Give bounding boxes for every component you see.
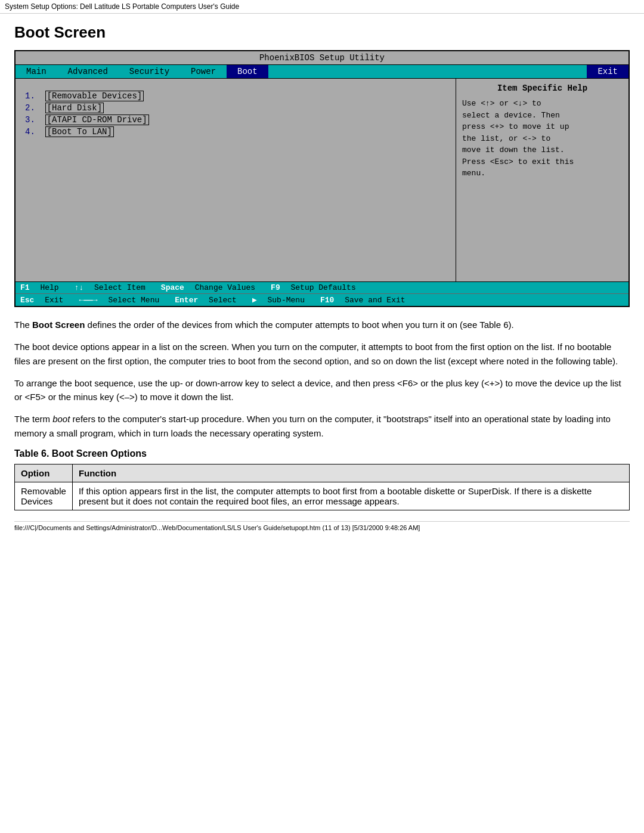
status-f1: F1 Help	[20, 283, 59, 292]
boot-item-3-name: [ATAPI CD-ROM Drive]	[45, 114, 149, 125]
footer-path: file:///C|/Documents and Settings/Admini…	[14, 521, 630, 531]
bios-sidebar-text: Use <↑> or <↓> to select a device. Then …	[462, 98, 623, 179]
status-f10: F10 Save and Exit	[320, 296, 405, 305]
bios-nav-advanced[interactable]: Advanced	[57, 65, 119, 78]
boot-item-3[interactable]: 3. [ATAPI CD-ROM Drive]	[25, 114, 446, 125]
boot-item-2-name: [Hard Disk]	[45, 103, 104, 113]
bios-statusbar2: Esc Exit ←——→ Select Menu Enter Select ▶…	[16, 293, 628, 306]
bios-sidebar-title: Item Specific Help	[462, 83, 623, 93]
bios-body: 1. [Removable Devices] 2. [Hard Disk] 3.…	[16, 79, 628, 281]
para-2: The boot device options appear in a list…	[14, 340, 630, 368]
para-3: To arrange the boot sequence, use the up…	[14, 376, 630, 404]
status-f9: F9 Setup Defaults	[271, 283, 356, 292]
bios-title: PhoenixBIOS Setup Utility	[16, 51, 628, 64]
page-title: Boot Screen	[14, 23, 630, 42]
status-select-item: ↑↓ Select Item	[75, 283, 145, 292]
bios-utility: PhoenixBIOS Setup Utility Main Advanced …	[14, 50, 630, 307]
boot-item-2-num: 2.	[25, 103, 35, 113]
table-cell-function: If this option appears first in the list…	[72, 482, 629, 510]
status-esc: Esc Exit	[20, 296, 63, 305]
table-row: RemovableDevices If this option appears …	[15, 482, 630, 510]
bios-nav-exit[interactable]: Exit	[587, 65, 628, 78]
boot-item-1[interactable]: 1. [Removable Devices]	[25, 91, 446, 101]
bios-main-panel: 1. [Removable Devices] 2. [Hard Disk] 3.…	[16, 79, 456, 281]
browser-bar: System Setup Options: Dell Latitude LS P…	[0, 0, 644, 14]
status-select-menu: ←——→ Select Menu	[79, 296, 159, 305]
boot-item-4-num: 4.	[25, 127, 35, 137]
bios-nav-power[interactable]: Power	[180, 65, 227, 78]
bios-nav: Main Advanced Security Power Boot Exit	[16, 64, 628, 79]
boot-item-3-num: 3.	[25, 115, 35, 125]
status-space: Space Change Values	[161, 283, 255, 292]
table-title: Table 6. Boot Screen Options	[14, 448, 630, 459]
boot-item-1-name: [Removable Devices]	[45, 91, 144, 101]
table-header-option: Option	[15, 464, 73, 482]
boot-item-4-name: [Boot To LAN]	[45, 126, 114, 137]
table-header-function: Function	[72, 464, 629, 482]
bios-nav-boot[interactable]: Boot	[227, 65, 268, 78]
table-cell-option: RemovableDevices	[15, 482, 73, 510]
bios-sidebar: Item Specific Help Use <↑> or <↓> to sel…	[456, 79, 628, 281]
bios-statusbar1: F1 Help ↑↓ Select Item Space Change Valu…	[16, 281, 628, 293]
bios-nav-security[interactable]: Security	[119, 65, 180, 78]
boot-item-2[interactable]: 2. [Hard Disk]	[25, 103, 446, 113]
bios-nav-main[interactable]: Main	[16, 65, 57, 78]
boot-item-4[interactable]: 4. [Boot To LAN]	[25, 126, 446, 137]
status-submenu: ▶ Sub-Menu	[252, 295, 305, 305]
browser-path: System Setup Options: Dell Latitude LS P…	[5, 2, 239, 11]
boot-list: 1. [Removable Devices] 2. [Hard Disk] 3.…	[25, 91, 446, 137]
status-enter: Enter Select	[175, 296, 237, 305]
boot-item-1-num: 1.	[25, 91, 35, 101]
options-table: Option Function RemovableDevices If this…	[14, 464, 630, 510]
para-1: The Boot Screen defines the order of the…	[14, 318, 630, 332]
para-4: The term boot refers to the computer's s…	[14, 412, 630, 440]
